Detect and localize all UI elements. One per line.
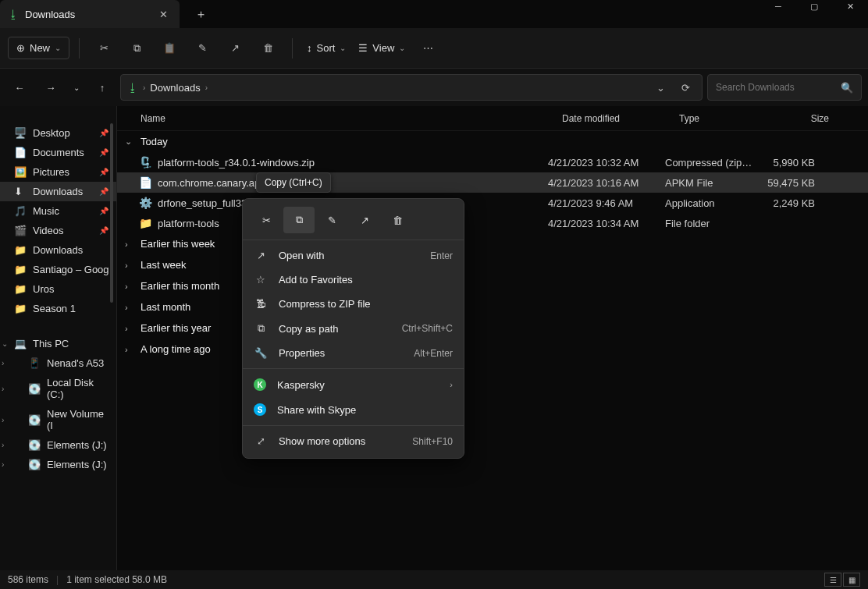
folder-icon: 🎵	[14, 205, 27, 217]
ctx-properties[interactable]: 🔧PropertiesAlt+Enter	[243, 341, 464, 365]
group-last-week[interactable]: ›Last week	[117, 254, 868, 275]
sidebar-item-pictures[interactable]: 🖼️Pictures📌	[0, 162, 116, 182]
tree-item-elements-j-[interactable]: ›💽Elements (J:)	[0, 435, 116, 455]
drive-icon: 💻	[14, 338, 27, 349]
breadcrumb-location[interactable]: Downloads	[150, 82, 200, 94]
col-name[interactable]: Name	[141, 113, 562, 124]
ctx-kaspersky[interactable]: KKaspersky›	[243, 372, 464, 397]
sidebar-item-downloads[interactable]: ⬇Downloads📌	[0, 182, 116, 201]
share-button[interactable]: ↗	[220, 35, 250, 62]
tree-item-nenad-s-a53[interactable]: ›📱Nenad's A53	[0, 353, 116, 373]
chevron-right-icon[interactable]: ⌄	[2, 339, 8, 348]
maximize-button[interactable]: ▢	[796, 0, 832, 20]
more-button[interactable]: ⋯	[413, 35, 443, 62]
new-tab-button[interactable]: ＋	[187, 3, 214, 25]
chevron-right-icon[interactable]: ›	[2, 359, 4, 367]
chevron-right-icon[interactable]: ›	[2, 416, 4, 424]
group-earlier-this-year[interactable]: ›Earlier this year	[117, 318, 868, 339]
ctx-share-button[interactable]: ↗	[349, 207, 380, 233]
sidebar-item-season-1[interactable]: 📁Season 1	[0, 299, 116, 318]
drive-icon: 💽	[28, 439, 41, 451]
folder-icon: 🖼️	[14, 166, 27, 178]
minimize-button[interactable]: ─	[760, 0, 796, 20]
ctx-cut-button[interactable]: ✂	[251, 207, 282, 233]
chevron-down-icon: ⌄	[125, 137, 134, 147]
group-today[interactable]: ⌄Today	[117, 131, 868, 152]
group-last-month[interactable]: ›Last month	[117, 296, 868, 318]
file-name: com.chrome.canary.apkn	[158, 177, 271, 189]
details-view-button[interactable]: ☰	[824, 573, 841, 587]
ctx-show-more-options[interactable]: ⤢ Show more options Shift+F10	[243, 429, 464, 453]
history-dropdown[interactable]: ⌄	[650, 82, 671, 94]
ctx-rename-button[interactable]: ✎	[316, 207, 347, 233]
ctx-share-with-skype[interactable]: SShare with Skype	[243, 397, 464, 422]
refresh-button[interactable]: ⟳	[675, 82, 695, 94]
ctx-add-to-favorites[interactable]: ☆Add to Favorites	[243, 268, 464, 292]
tree-item-local-disk-c-[interactable]: ›💽Local Disk (C:)	[0, 373, 116, 404]
up-button[interactable]: ↑	[89, 74, 116, 101]
sidebar-item-santiago-goog[interactable]: 📁Santiago – Goog	[0, 260, 116, 279]
ctx-shortcut: Ctrl+Shift+C	[402, 323, 453, 334]
rename-button[interactable]: ✎	[187, 35, 217, 62]
ctx-compress-to-zip-file[interactable]: 🗜Compress to ZIP file	[243, 292, 464, 316]
chevron-right-icon[interactable]: ›	[2, 441, 4, 449]
tree-item-elements-j-[interactable]: ›💽Elements (J:)	[0, 455, 116, 474]
file-row[interactable]: ⚙️drfone_setup_full33604/21/2023 9:46 AM…	[117, 193, 868, 213]
ctx-copy-button[interactable]: ⧉	[283, 207, 315, 233]
breadcrumb[interactable]: ⭳ › Downloads › ⌄ ⟳	[120, 74, 703, 101]
chevron-right-icon[interactable]: ›	[2, 385, 4, 393]
col-type[interactable]: Type	[679, 113, 767, 124]
chevron-right-icon[interactable]: ›	[2, 460, 4, 469]
copy-button[interactable]: ⧉	[122, 35, 151, 62]
ctx-icon: ☆	[254, 274, 268, 286]
tree-item-new-volume-i[interactable]: ›💽New Volume (I	[0, 404, 116, 435]
file-icon: 📄	[139, 176, 153, 189]
group-a-long-time-ago[interactable]: ›A long time ago	[117, 339, 868, 360]
file-row[interactable]: 📁platform-tools4/21/2023 10:34 AMFile fo…	[117, 213, 868, 233]
sidebar-item-documents[interactable]: 📄Documents📌	[0, 143, 116, 162]
search-input[interactable]	[716, 82, 841, 93]
file-icon: 📁	[139, 217, 153, 229]
tree-item-this-pc[interactable]: ⌄💻This PC	[0, 334, 116, 353]
sidebar-item-music[interactable]: 🎵Music📌	[0, 201, 116, 221]
col-size[interactable]: Size	[767, 113, 829, 124]
delete-button[interactable]: 🗑	[253, 35, 283, 62]
pin-icon: 📌	[99, 226, 108, 235]
sidebar-item-downloads[interactable]: 📁Downloads	[0, 240, 116, 260]
group-earlier-this-month[interactable]: ›Earlier this month	[117, 275, 868, 296]
back-button[interactable]: ←	[6, 74, 33, 101]
ctx-open-with[interactable]: ↗Open withEnter	[243, 243, 464, 268]
col-date[interactable]: Date modified	[562, 113, 679, 124]
sidebar-item-desktop[interactable]: 🖥️Desktop📌	[0, 123, 116, 143]
file-type: APKM File	[665, 177, 752, 189]
cut-button[interactable]: ✂	[89, 35, 119, 62]
search-box[interactable]: 🔍	[707, 74, 862, 101]
ctx-label: Open with	[279, 250, 325, 261]
ctx-delete-button[interactable]: 🗑	[382, 207, 413, 233]
paste-button[interactable]: 📋	[155, 35, 184, 62]
download-icon: ⭳	[127, 81, 138, 94]
close-tab-icon[interactable]: ✕	[156, 9, 170, 20]
search-icon[interactable]: 🔍	[841, 82, 853, 94]
folder-icon: 📁	[14, 244, 27, 256]
close-window-button[interactable]: ✕	[832, 0, 868, 20]
new-button[interactable]: ⊕ New ⌄	[8, 37, 69, 59]
recent-dropdown[interactable]: ⌄	[69, 74, 84, 101]
context-menu: ✂ ⧉ ✎ ↗ 🗑 ↗Open withEnter☆Add to Favorit…	[242, 198, 464, 459]
sidebar-item-videos[interactable]: 🎬Videos📌	[0, 221, 116, 240]
sidebar-item-uros[interactable]: 📁Uros	[0, 279, 116, 299]
thumbnails-view-button[interactable]: ▦	[843, 573, 860, 587]
forward-button[interactable]: →	[37, 74, 64, 101]
group-label: Last month	[141, 301, 190, 313]
tab-downloads[interactable]: ⭳ Downloads ✕	[0, 0, 180, 28]
file-size: 59,475 KB	[752, 177, 815, 189]
drive-icon: 📱	[28, 357, 41, 369]
pin-icon: 📌	[99, 187, 108, 196]
folder-icon: 🎬	[14, 225, 27, 236]
file-row[interactable]: 📄com.chrome.canary.apkn4/21/2023 10:16 A…	[117, 172, 868, 193]
view-button[interactable]: ☰ View ⌄	[354, 39, 410, 57]
file-row[interactable]: 🗜️platform-tools_r34.0.1-windows.zip4/21…	[117, 152, 868, 172]
group-earlier-this-week[interactable]: ›Earlier this week	[117, 233, 868, 254]
sort-button[interactable]: ↕ Sort ⌄	[302, 39, 350, 57]
ctx-copy-as-path[interactable]: ⧉Copy as pathCtrl+Shift+C	[243, 316, 464, 341]
